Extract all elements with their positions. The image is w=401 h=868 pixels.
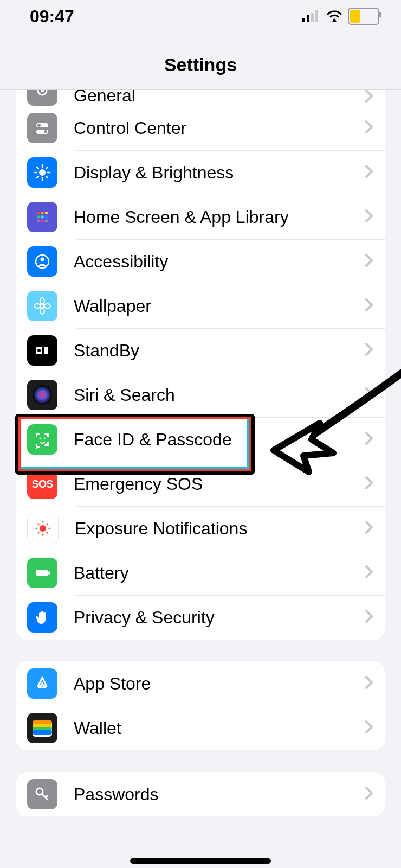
chevron-right-icon	[364, 609, 374, 626]
svg-point-51	[40, 525, 46, 532]
standby-icon	[27, 335, 57, 366]
status-icons	[302, 8, 379, 25]
svg-rect-42	[36, 433, 37, 437]
siri-icon	[27, 380, 57, 410]
svg-rect-24	[41, 216, 44, 219]
row-wallet[interactable]: Wallet	[16, 706, 385, 750]
key-icon	[27, 779, 57, 809]
exposure-icon	[27, 513, 59, 544]
chevron-right-icon	[364, 719, 374, 737]
svg-rect-20	[37, 212, 40, 214]
svg-point-54	[36, 528, 37, 529]
row-label: StandBy	[74, 341, 364, 361]
grid-icon	[27, 202, 57, 232]
row-home-screen[interactable]: Home Screen & App Library	[16, 195, 385, 239]
status-bar: 09:47	[0, 0, 401, 33]
svg-point-37	[37, 349, 41, 352]
row-siri-search[interactable]: Siri & Search	[16, 373, 385, 417]
svg-rect-26	[37, 220, 40, 222]
svg-point-57	[47, 532, 48, 534]
sun-icon	[27, 157, 57, 188]
row-label: Face ID & Passcode	[74, 430, 364, 450]
settings-group: Passwords	[16, 772, 385, 816]
svg-point-58	[47, 524, 48, 525]
svg-rect-27	[41, 220, 44, 222]
flower-icon	[27, 291, 57, 321]
svg-point-55	[49, 528, 50, 529]
row-label: Privacy & Security	[74, 608, 364, 628]
svg-point-59	[38, 532, 40, 534]
svg-rect-61	[48, 571, 50, 575]
row-general[interactable]: General	[16, 90, 385, 106]
row-standby[interactable]: StandBy	[16, 328, 385, 373]
row-battery[interactable]: Battery	[16, 551, 385, 595]
svg-rect-67	[33, 730, 52, 735]
row-display-brightness[interactable]: Display & Brightness	[16, 150, 385, 195]
svg-rect-46	[36, 446, 40, 448]
chevron-right-icon	[364, 208, 374, 226]
svg-rect-48	[44, 444, 49, 446]
gear-icon	[27, 90, 57, 106]
battery-icon	[348, 8, 379, 25]
svg-point-11	[39, 169, 46, 176]
chevron-right-icon	[364, 475, 374, 493]
row-label: Wallpaper	[74, 296, 364, 316]
appstore-icon	[27, 668, 57, 699]
toggles-icon	[27, 113, 57, 143]
row-passwords[interactable]: Passwords	[16, 772, 385, 816]
svg-rect-25	[45, 216, 48, 219]
wifi-icon	[326, 10, 342, 22]
svg-line-19	[37, 176, 38, 178]
svg-point-56	[38, 524, 40, 525]
chevron-right-icon	[364, 520, 374, 537]
page-title: Settings	[0, 33, 401, 90]
svg-rect-22	[45, 212, 48, 214]
svg-line-17	[46, 176, 48, 178]
settings-group: App StoreWallet	[16, 661, 385, 750]
row-label: Siri & Search	[74, 385, 364, 405]
row-label: Battery	[74, 563, 364, 583]
svg-point-6	[41, 90, 44, 92]
row-accessibility[interactable]: Accessibility	[16, 239, 385, 284]
row-wallpaper[interactable]: Wallpaper	[16, 284, 385, 328]
row-control-center[interactable]: Control Center	[16, 106, 385, 150]
cellular-icon	[302, 10, 321, 22]
svg-rect-23	[37, 216, 40, 219]
row-label: Display & Brightness	[74, 163, 364, 183]
svg-point-50	[44, 438, 46, 439]
chevron-right-icon	[364, 253, 374, 270]
row-face-id[interactable]: Face ID & Passcode	[16, 417, 385, 462]
svg-rect-2	[311, 13, 314, 22]
row-label: Emergency SOS	[74, 474, 364, 494]
svg-rect-3	[315, 10, 318, 22]
svg-point-8	[37, 124, 41, 127]
face-icon	[27, 424, 57, 455]
svg-point-4	[333, 19, 336, 22]
home-indicator[interactable]	[130, 858, 271, 864]
chevron-right-icon	[364, 431, 374, 448]
row-privacy[interactable]: Privacy & Security	[16, 595, 385, 640]
chevron-right-icon	[364, 386, 374, 404]
svg-point-29	[36, 255, 49, 268]
row-exposure[interactable]: Exposure Notifications	[16, 506, 385, 551]
row-label: Exposure Notifications	[75, 519, 364, 539]
row-app-store[interactable]: App Store	[16, 661, 385, 706]
svg-point-40	[33, 385, 52, 405]
svg-point-52	[42, 521, 44, 523]
chevron-right-icon	[364, 786, 374, 803]
svg-line-16	[37, 167, 38, 169]
svg-rect-21	[41, 212, 44, 214]
row-emergency-sos[interactable]: SOSEmergency SOS	[16, 462, 385, 506]
chevron-right-icon	[364, 564, 374, 582]
chevron-right-icon	[364, 119, 374, 137]
svg-rect-0	[302, 18, 305, 22]
row-label: Wallet	[74, 718, 364, 738]
svg-rect-38	[44, 347, 48, 354]
settings-group: GeneralControl CenterDisplay & Brightnes…	[16, 90, 385, 640]
wallet-icon	[27, 713, 57, 743]
hand-icon	[27, 602, 57, 633]
chevron-right-icon	[364, 297, 374, 315]
chevron-right-icon	[364, 342, 374, 359]
battery-icon	[27, 558, 57, 588]
svg-point-53	[42, 534, 44, 536]
